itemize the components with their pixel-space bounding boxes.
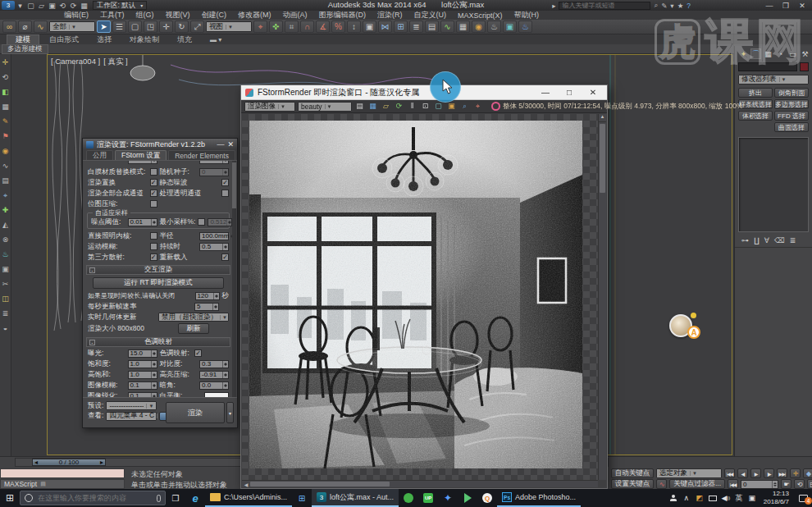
spinner-snap-icon[interactable]: ↕ — [347, 21, 361, 33]
select-object-icon[interactable]: ➤ — [97, 21, 111, 33]
undo-icon[interactable]: ⟲ — [57, 1, 68, 10]
min-sample-spinner[interactable]: 0.512 — [208, 218, 232, 226]
restart-render-icon[interactable]: ⟳ — [394, 101, 404, 112]
left-toolbar-icon[interactable]: ≣ — [2, 310, 9, 317]
left-toolbar-icon[interactable]: ✎ — [2, 118, 9, 126]
tonemap-rollout[interactable]: -色调映射 — [86, 337, 230, 347]
fstorm-hscrollbar[interactable]: ◀ — [242, 480, 598, 487]
wechat-icon[interactable] — [399, 489, 418, 507]
left-toolbar-icon[interactable]: ▤ — [2, 177, 9, 185]
search-icon[interactable]: ⌕ — [654, 1, 658, 10]
left-toolbar-icon[interactable]: ◧ — [2, 89, 9, 96]
save-file-icon[interactable]: ▣ — [47, 1, 57, 10]
modifier-stack-list[interactable] — [738, 137, 809, 232]
go-to-end-icon[interactable]: ▶▶| — [777, 468, 787, 478]
left-toolbar-icon[interactable]: ◭ — [2, 222, 8, 229]
frame-fwd-arrow[interactable]: ▸ — [100, 459, 103, 466]
open-image-icon[interactable]: ▱ — [381, 101, 391, 112]
key-filters-button[interactable]: 关键点过滤器... — [669, 479, 725, 489]
start-button[interactable]: ⊞ — [0, 489, 20, 507]
up-app-icon[interactable]: UP — [418, 489, 438, 507]
unlink-selection-icon[interactable]: ⌀ — [18, 21, 32, 33]
left-toolbar-icon[interactable]: ◒ — [3, 325, 7, 332]
viewport-camera-label[interactable]: [ Camera004 ] — [51, 57, 100, 67]
select-and-manipulate-icon[interactable]: ✜ — [269, 21, 283, 33]
bevel-profile-button[interactable]: 倒角剖面 — [774, 88, 809, 98]
utilities-tab-icon[interactable]: ⚒ — [800, 48, 810, 59]
static-noise-checkbox[interactable]: ✓ — [221, 179, 229, 186]
q-browser-icon[interactable]: Q — [477, 489, 497, 507]
object-name-field[interactable] — [738, 62, 797, 71]
make-unique-icon[interactable]: ∀ — [764, 236, 769, 244]
network-icon[interactable] — [706, 489, 719, 507]
render-production-icon[interactable]: ♨ — [518, 21, 532, 33]
fstorm-channel-dropdown[interactable]: beauty▼ — [298, 102, 352, 112]
key-mode-toggle-icon[interactable]: |◀◀ — [728, 479, 738, 489]
contrast-spinner[interactable]: 0.3 — [199, 360, 229, 368]
tray-expand-icon[interactable]: ∧ — [680, 489, 693, 507]
angle-snap-icon[interactable]: ∡ — [316, 21, 330, 33]
edit-selection-set-icon[interactable]: ▣ — [363, 21, 376, 33]
play-icon[interactable]: ▶ — [750, 468, 761, 478]
infocenter-search-input[interactable] — [559, 2, 650, 10]
people-tray-icon[interactable] — [667, 489, 680, 507]
fstorm-minimize-button[interactable]: — — [536, 86, 555, 99]
tab-common[interactable]: 公用 — [86, 150, 113, 160]
go-to-start-icon[interactable]: |◀◀ — [724, 468, 735, 478]
align-icon[interactable]: ⊞ — [394, 21, 408, 33]
hscroll-thumb[interactable] — [250, 482, 390, 486]
highlight-spinner[interactable]: -0.91 — [199, 371, 229, 379]
search-expand-icon[interactable]: ▸ — [552, 2, 555, 10]
pin-stack-icon[interactable]: ⊶ — [741, 236, 749, 244]
fstorm-canvas-area[interactable] — [242, 114, 598, 480]
left-toolbar-icon[interactable]: ▦ — [2, 103, 9, 111]
exposure-spinner[interactable]: 15.0 — [128, 349, 157, 358]
redo-icon[interactable]: ⟳ — [68, 1, 79, 10]
help-icon[interactable]: ? — [687, 2, 691, 10]
ribbon-tab-selection[interactable]: 选择 — [89, 34, 120, 44]
white-mode-checkbox[interactable] — [150, 168, 157, 176]
zoom-extents-icon[interactable]: ✛ — [790, 468, 801, 478]
modify-tab-icon[interactable]: ⌒ — [750, 48, 761, 59]
scroll-left-icon[interactable]: ◀ — [242, 482, 250, 487]
left-toolbar-icon[interactable]: ✂ — [2, 281, 9, 288]
fstorm-close-button[interactable]: ✕ — [583, 86, 603, 99]
fstorm-vscrollbar[interactable]: ▲ — [598, 114, 606, 480]
fit-view-icon[interactable]: ⊡ — [420, 101, 431, 112]
interactive-rollout[interactable]: -交互渲染 — [86, 265, 230, 275]
player-app-icon[interactable] — [458, 489, 477, 507]
zoom-icon[interactable]: ⌕ — [459, 101, 470, 112]
min-sample-checkbox[interactable] — [198, 218, 205, 226]
left-toolbar-icon[interactable]: ✛ — [2, 59, 9, 66]
favorites-icon[interactable]: ★ — [677, 2, 684, 10]
alpha-checkbox[interactable] — [221, 190, 229, 197]
tab-fstorm-settings[interactable]: FStorm 设置 — [115, 150, 167, 160]
blue-app-icon[interactable]: ✦ — [438, 489, 458, 507]
left-toolbar-icon[interactable]: ✚ — [2, 207, 9, 214]
ribbon-subtab-polymodeling[interactable]: 多边形建模 — [2, 44, 48, 54]
left-toolbar-icon[interactable]: ⌖ — [3, 192, 7, 199]
rt-timeout-spinner[interactable]: 120 — [195, 292, 220, 300]
max-task-button[interactable]: 3 loft公寓.max - Aut... — [312, 489, 399, 507]
frame-back-arrow[interactable]: ◂ — [34, 459, 38, 466]
macro-recorder-line[interactable] — [0, 468, 125, 478]
select-by-name-icon[interactable]: ☰ — [112, 21, 126, 33]
reload-checkbox[interactable]: ✓ — [221, 254, 229, 261]
comp-channels-checkbox[interactable]: ✓ — [150, 190, 157, 197]
follow-mouse-icon[interactable]: ▣ — [446, 101, 457, 112]
auto-key-button[interactable]: 自动关键点 — [611, 468, 654, 478]
fstorm-view-dropdown[interactable]: 渲染图像▼ — [244, 102, 295, 112]
random-seed-spinner[interactable]: 0 — [199, 168, 229, 176]
snaps-toggle-icon[interactable]: ∩ — [300, 21, 314, 33]
rt-fps-spinner[interactable]: 5 — [194, 303, 219, 311]
project-folder-icon[interactable]: ▦ — [79, 1, 89, 10]
taskbar-search[interactable] — [20, 491, 166, 505]
direct-light-checkbox[interactable] — [150, 232, 157, 240]
photoshop-task-button[interactable]: Ps Adobe Photosho... — [497, 489, 581, 507]
set-key-button[interactable]: 设置关键点 — [611, 479, 654, 489]
left-toolbar-icon[interactable]: ⚑ — [2, 133, 8, 140]
dialog-minimize-icon[interactable]: — — [217, 140, 224, 148]
next-frame-icon[interactable]: |▶ — [764, 468, 774, 478]
qat-menu-caret-icon[interactable]: ▾ — [15, 1, 25, 10]
communication-icon[interactable]: ▾ — [670, 2, 673, 10]
